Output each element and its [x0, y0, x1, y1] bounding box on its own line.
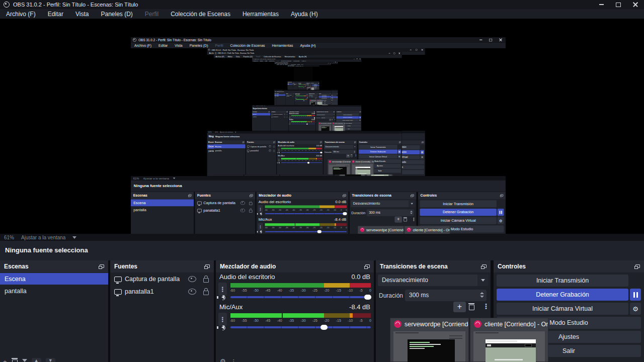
restore-button[interactable]: [610, 0, 627, 9]
mic-volume-slider[interactable]: [230, 326, 371, 328]
menu-coleccion[interactable]: Colección de Escenas: [165, 11, 236, 18]
move-scene-up-button[interactable]: ▲: [32, 358, 41, 362]
captured-ui-element: -40: [300, 100, 300, 100]
desktop-volume-slider[interactable]: [230, 296, 371, 298]
captured-ui-element: -60-55-50-45-40-35-30-25-20-15-10-50: [299, 87, 306, 87]
mixer-expand-button[interactable]: ⋮: [230, 358, 237, 362]
captured-ui-element: [291, 118, 315, 118]
captured-ui-element: -55: [284, 160, 286, 161]
visibility-eye-icon[interactable]: [188, 289, 196, 295]
captured-ui-element: 300 ms: [321, 117, 325, 118]
captured-ui-element: cliente [Corriendo] - Orac...: [335, 123, 345, 124]
remove-scene-button[interactable]: [12, 358, 18, 362]
captured-ui-element: -45: [297, 116, 298, 117]
popout-icon[interactable]: [634, 264, 640, 269]
source-item-panatalla1[interactable]: panatalla1: [110, 286, 214, 298]
captured-ui-element: [319, 123, 320, 124]
scene-item-pantalla[interactable]: pantalla: [0, 285, 108, 297]
captured-ui-element: Audio del escritorio: [289, 113, 299, 115]
duration-spinbox[interactable]: 300 ms: [405, 290, 487, 301]
menu-vista[interactable]: Vista: [69, 11, 95, 18]
move-scene-down-button[interactable]: ▼: [46, 358, 55, 362]
unlock-icon[interactable]: [203, 278, 209, 283]
captured-ui-element: ⋮: [334, 119, 335, 121]
menu-paneles[interactable]: Paneles (D): [95, 11, 139, 18]
captured-ui-element: Controles: [359, 141, 367, 143]
captured-ui-element: [398, 52, 400, 54]
captured-ui-element: [359, 116, 361, 119]
captured-ui-element: 61%: [133, 176, 139, 180]
menu-perfil[interactable]: Perfil: [139, 11, 165, 18]
vm-titlebar[interactable]: cliente [Corriendo] - Orac...: [470, 318, 548, 330]
scene-filters-button[interactable]: [22, 359, 27, 362]
menu-ayuda[interactable]: Ayuda (H): [285, 11, 324, 18]
remove-transition-button[interactable]: [468, 303, 474, 310]
transition-select[interactable]: Desvanecimiento: [378, 275, 489, 286]
captured-ui-element: -8.4 dB: [311, 119, 315, 121]
captured-ui-element: [354, 146, 355, 147]
scenes-toolbar-cut: + ▲ ▼: [3, 358, 55, 362]
captured-ui-element: OBS 31.0.2 - Perfil: Sin Título - Escena…: [131, 37, 506, 43]
captured-ui-element: -20: [307, 122, 308, 123]
vm-titlebar[interactable]: servewordpe [Corriendo]...: [390, 318, 468, 330]
unlock-icon[interactable]: [203, 291, 209, 295]
captured-ui-element: Mezclador de audio: [257, 192, 349, 199]
add-scene-button[interactable]: +: [3, 358, 7, 362]
chevron-down-icon[interactable]: [72, 236, 76, 239]
menu-archivo[interactable]: Archivo (F): [0, 11, 42, 18]
captured-ui-element: -30: [301, 160, 303, 161]
popout-icon[interactable]: [481, 264, 487, 269]
captured-ui-element: Fuentes: [197, 194, 211, 198]
vm-window-cliente[interactable]: cliente [Corriendo] - Orac...: [470, 318, 548, 362]
virtualcam-settings-button[interactable]: ⚙: [630, 303, 641, 315]
captured-ui-element: 300 ms: [308, 85, 309, 85]
menu-herramientas[interactable]: Herramientas: [236, 11, 285, 18]
spin-down-icon: [480, 296, 484, 298]
spin-arrows[interactable]: [480, 292, 484, 298]
popout-icon[interactable]: [99, 264, 104, 269]
scene-item-escena[interactable]: Escena: [0, 273, 108, 285]
pause-recording-button[interactable]: [630, 289, 641, 301]
slider-handle[interactable]: [364, 295, 371, 300]
captured-ui-element: [356, 167, 365, 168]
captured-ui-element: ⚙: [359, 119, 361, 122]
minimize-button[interactable]: [593, 0, 610, 9]
stop-recording-button[interactable]: Detener Grabación: [497, 289, 628, 301]
captured-ui-element: -50: [278, 208, 281, 211]
visibility-eye-icon[interactable]: [188, 276, 196, 282]
vm-window-servewordpe[interactable]: servewordpe [Corriendo]...: [390, 318, 469, 362]
captured-ui-element: -55: [293, 116, 294, 117]
start-streaming-button[interactable]: Iniciar Transmisión: [497, 275, 628, 287]
mute-button[interactable]: [218, 323, 227, 331]
captured-ui-element: -15: [305, 100, 305, 100]
start-virtualcam-button[interactable]: Iniciar Cámara Virtual: [497, 303, 628, 315]
fit-mode-label[interactable]: Ajustar a la ventana: [21, 235, 65, 240]
menu-editar[interactable]: Editar: [42, 11, 69, 18]
source-item-captura[interactable]: Captura de pantalla: [110, 273, 214, 285]
mute-button[interactable]: [218, 293, 227, 301]
captured-ui-element: [290, 124, 290, 125]
transition-options-button[interactable]: ⋮: [482, 302, 490, 310]
slider-handle[interactable]: [320, 325, 328, 330]
captured-ui-element: servewordpe [Corriendo]...: [328, 160, 351, 164]
captured-ui-element: Archivo (F)EditarVistaPaneles (D)PerfilC…: [131, 43, 506, 48]
captured-ui-element: 0: [346, 226, 347, 229]
captured-ui-element: [316, 100, 317, 101]
captured-ui-element: [399, 141, 400, 143]
captured-ui-element: [303, 101, 304, 101]
captured-ui-element: [398, 151, 399, 153]
captured-ui-element: Fuentes Captura de pantalla panatalla1: [286, 93, 295, 105]
captured-ui-element: Archivo (F): [131, 43, 155, 47]
vm-title: cliente [Corriendo] - Orac...: [485, 321, 548, 328]
add-transition-button[interactable]: +: [453, 302, 466, 312]
mixer-settings-button[interactable]: ⚙: [220, 358, 226, 362]
popout-icon[interactable]: [204, 264, 210, 269]
popout-icon[interactable]: [364, 264, 370, 269]
mixer-toolbar-cut: ⚙ ⋮: [220, 358, 237, 362]
captured-ui-element: servewordpe [Corriendo]...: [318, 122, 332, 125]
captured-ui-element: -60-55-50-45-40-35-30-25-20-15-10-50: [281, 149, 322, 151]
captured-ui-element: Iniciar Transmisión: [359, 145, 397, 149]
captured-ui-element: [278, 162, 279, 163]
captured-ui-element: [265, 213, 347, 214]
close-button[interactable]: [627, 0, 644, 9]
